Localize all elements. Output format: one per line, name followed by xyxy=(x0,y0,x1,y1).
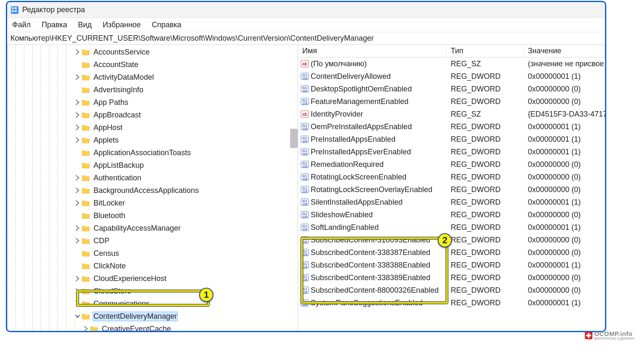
tree-item[interactable]: AdvertisingInfo xyxy=(7,83,298,96)
tree-item[interactable]: BitLocker xyxy=(7,197,298,209)
tree-item-label: CDP xyxy=(93,236,110,246)
tree-item[interactable]: ApplicationAssociationToasts xyxy=(7,146,298,159)
tree-item-label: AccountsService xyxy=(93,47,151,57)
chevron-right-icon[interactable] xyxy=(74,49,81,55)
chevron-right-icon[interactable] xyxy=(74,237,81,244)
address-bar[interactable]: Компьютер\HKEY_CURRENT_USER\Software\Mic… xyxy=(7,32,605,45)
value-data: 0x00000001 (1) xyxy=(524,223,605,232)
value-row[interactable]: SubscribedContent-88000326EnabledREG_DWO… xyxy=(298,284,605,297)
value-row[interactable]: DesktopSpotlightOemEnabledREG_DWORD0x000… xyxy=(298,83,605,95)
tree-item[interactable]: ActivityDataModel xyxy=(7,71,298,83)
tree-pane[interactable]: AccountsServiceAccountStateActivityDataM… xyxy=(7,45,298,331)
value-row[interactable]: PreInstalledAppsEnabledREG_DWORD0x000000… xyxy=(298,133,605,146)
value-type: REG_DWORD xyxy=(447,97,524,106)
menu-view[interactable]: Вид xyxy=(76,19,93,31)
menu-edit[interactable]: Правка xyxy=(40,19,69,31)
value-row[interactable]: SubscribedContent-338388EnabledREG_DWORD… xyxy=(298,259,605,271)
chevron-right-icon[interactable] xyxy=(74,200,81,206)
tree-item[interactable]: ClickNote xyxy=(7,260,298,272)
tree-item[interactable]: App Paths xyxy=(7,96,298,109)
menu-file[interactable]: Файл xyxy=(10,19,32,31)
tree-scrollbar-thumb[interactable] xyxy=(290,129,298,148)
value-row[interactable]: SlideshowEnabledREG_DWORD0x00000000 (0) xyxy=(298,208,605,221)
value-type: REG_DWORD xyxy=(447,261,524,270)
value-row[interactable]: RemediationRequiredREG_DWORD0x00000000 (… xyxy=(298,158,605,171)
chevron-right-icon[interactable] xyxy=(74,174,81,181)
value-row[interactable]: OemPreInstalledAppsEnabledREG_DWORD0x000… xyxy=(298,120,605,133)
watermark: ✚ OCOMP.info ВОПРОСЫ АДМИНУ xyxy=(585,330,635,341)
value-type: REG_DWORD xyxy=(447,185,524,194)
tree-item[interactable]: AppBroadcast xyxy=(7,109,298,121)
chevron-right-icon[interactable] xyxy=(74,112,81,118)
chevron-right-icon[interactable] xyxy=(74,74,81,81)
value-row[interactable]: IdentityProviderREG_SZ{ED4515F3-DA33-471… xyxy=(298,108,605,120)
tree-item[interactable]: Communications xyxy=(7,297,298,310)
value-type: REG_DWORD xyxy=(447,248,524,257)
value-name: FeatureManagementEnabled xyxy=(311,97,408,106)
value-type: REG_DWORD xyxy=(447,72,524,81)
tree-item[interactable]: CreativeEventCache xyxy=(7,323,298,331)
tree-item[interactable]: Applets xyxy=(7,134,298,146)
value-pane[interactable]: Имя Тип Значение (По умолчанию)REG_SZ(зн… xyxy=(298,45,605,331)
tree-item[interactable]: CDP xyxy=(7,234,298,247)
value-name: OemPreInstalledAppsEnabled xyxy=(311,122,412,131)
reg-string-icon xyxy=(301,60,309,68)
chevron-right-icon[interactable] xyxy=(74,99,81,106)
tree-item[interactable]: CloudExperienceHost xyxy=(7,272,298,285)
column-name[interactable]: Имя xyxy=(298,45,447,57)
value-row[interactable]: SubscribedContent-338387EnabledREG_DWORD… xyxy=(298,246,605,259)
value-name: RotatingLockScreenEnabled xyxy=(311,173,406,182)
chevron-right-icon[interactable] xyxy=(74,124,81,131)
reg-binary-icon xyxy=(301,85,309,93)
value-data: 0x00000001 (1) xyxy=(524,261,605,270)
tree-item[interactable]: AccountsService xyxy=(7,46,298,58)
value-row[interactable]: RotatingLockScreenOverlayEnabledREG_DWOR… xyxy=(298,183,605,196)
folder-icon xyxy=(82,200,90,206)
value-data: 0x00000001 (1) xyxy=(524,135,605,144)
tree-item-label: BitLocker xyxy=(93,198,126,208)
value-row[interactable]: FeatureManagementEnabledREG_DWORD0x00000… xyxy=(298,95,605,108)
tree-item[interactable]: BackgroundAccessApplications xyxy=(7,184,298,197)
tree-item[interactable]: AppHost xyxy=(7,121,298,134)
reg-binary-icon xyxy=(301,248,309,257)
column-data[interactable]: Значение xyxy=(524,45,605,57)
folder-icon xyxy=(82,61,90,68)
reg-binary-icon xyxy=(301,72,309,81)
value-row[interactable]: SubscribedContent-338389EnabledREG_DWORD… xyxy=(298,271,605,284)
window-title: Редактор реестра xyxy=(22,5,85,14)
chevron-right-icon[interactable] xyxy=(74,300,81,307)
folder-icon xyxy=(82,263,90,269)
tree-item[interactable]: AppListBackup xyxy=(7,159,298,172)
tree-item[interactable]: ContentDeliveryManager xyxy=(7,310,298,323)
menu-help[interactable]: Справка xyxy=(150,19,183,31)
value-row[interactable]: SilentInstalledAppsEnabledREG_DWORD0x000… xyxy=(298,196,605,208)
value-row[interactable]: SoftLandingEnabledREG_DWORD0x00000001 (1… xyxy=(298,221,605,234)
chevron-right-icon[interactable] xyxy=(74,288,81,294)
tree-item[interactable]: CloudStore xyxy=(7,285,298,297)
tree-item[interactable]: Bluetooth xyxy=(7,209,298,222)
value-data: 0x00000000 (0) xyxy=(524,185,605,194)
value-row[interactable]: (По умолчанию)REG_SZ(значение не присвое xyxy=(298,57,605,70)
value-row[interactable]: SystemPaneSuggestionsEnabledREG_DWORD0x0… xyxy=(298,297,605,309)
chevron-right-icon[interactable] xyxy=(74,225,81,232)
chevron-right-icon[interactable] xyxy=(83,325,89,331)
tree-item[interactable]: Census xyxy=(7,247,298,260)
chevron-right-icon[interactable] xyxy=(74,187,81,194)
chevron-right-icon[interactable] xyxy=(74,275,81,282)
value-type: REG_DWORD xyxy=(447,122,524,131)
column-type[interactable]: Тип xyxy=(447,45,524,57)
value-row[interactable]: RotatingLockScreenEnabledREG_DWORD0x0000… xyxy=(298,171,605,183)
value-data: 0x00000000 (0) xyxy=(524,286,605,295)
value-data: 0x00000001 (1) xyxy=(524,198,605,207)
menu-favorites[interactable]: Избранное xyxy=(101,19,143,31)
chevron-down-icon[interactable] xyxy=(74,313,81,320)
tree-item[interactable]: Authentication xyxy=(7,172,298,184)
tree-item[interactable]: AccountState xyxy=(7,58,298,71)
value-row[interactable]: ContentDeliveryAllowedREG_DWORD0x0000000… xyxy=(298,70,605,83)
tree-item[interactable]: CapabilityAccessManager xyxy=(7,222,298,234)
folder-icon xyxy=(82,174,90,181)
svg-rect-4 xyxy=(15,10,17,12)
chevron-right-icon[interactable] xyxy=(74,137,81,143)
value-row[interactable]: PreInstalledAppsEverEnabledREG_DWORD0x00… xyxy=(298,146,605,158)
value-name: SubscribedContent-310093Enabled xyxy=(311,236,430,245)
